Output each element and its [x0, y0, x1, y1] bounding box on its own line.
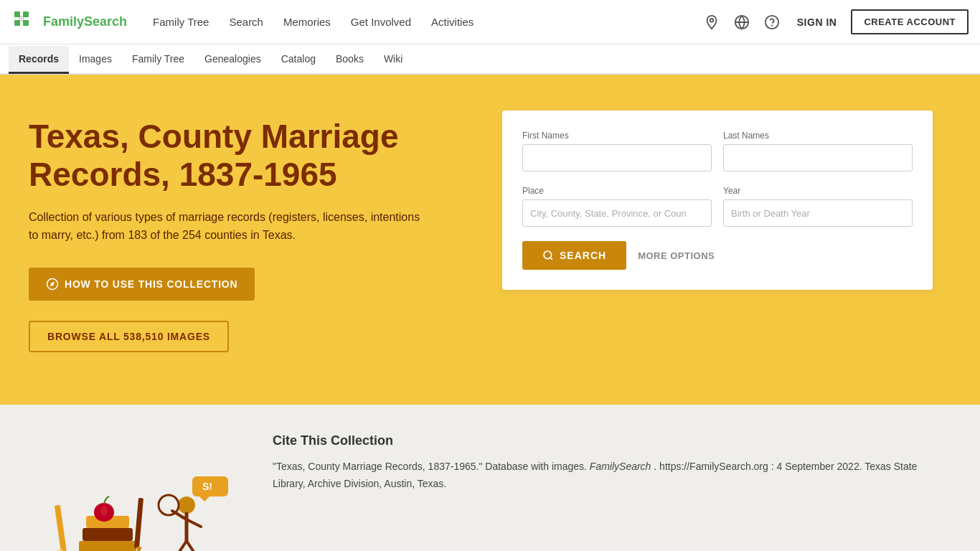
last-names-field: Last Names — [723, 131, 913, 171]
browse-images-button[interactable]: BROWSE ALL 538,510 IMAGES — [29, 321, 229, 352]
location-icon-button[interactable] — [701, 11, 722, 33]
svg-point-22 — [178, 496, 195, 514]
location-icon — [704, 14, 720, 30]
help-icon-button[interactable] — [761, 11, 783, 33]
place-field: Place — [522, 186, 712, 227]
sign-in-button[interactable]: SIGN IN — [791, 14, 843, 31]
top-navigation: FamilySearch Family Tree Search Memories… — [0, 0, 980, 44]
cite-section: Cite This Collection "Texas, County Marr… — [273, 433, 951, 493]
subnav-records[interactable]: Records — [9, 46, 69, 74]
svg-rect-18 — [55, 505, 67, 551]
cite-title: Cite This Collection — [273, 433, 951, 448]
year-field: Year — [723, 186, 913, 227]
nav-activities[interactable]: Activities — [423, 10, 482, 34]
sub-navigation: Records Images Family Tree Genealogies C… — [0, 44, 980, 75]
search-name-row: First Names Last Names — [522, 131, 913, 171]
nav-family-tree[interactable]: Family Tree — [144, 10, 217, 34]
subnav-wiki[interactable]: Wiki — [374, 46, 413, 74]
svg-marker-10 — [50, 282, 55, 286]
place-label: Place — [522, 186, 712, 196]
subnav-genealogies[interactable]: Genealogies — [194, 46, 271, 74]
search-button-label: SEARCH — [560, 250, 606, 261]
hero-buttons: HOW TO USE THIS COLLECTION BROWSE ALL 53… — [29, 268, 473, 352]
svg-rect-4 — [19, 16, 24, 22]
how-to-use-label: HOW TO USE THIS COLLECTION — [65, 278, 237, 290]
search-place-year-row: Place Year — [522, 186, 913, 227]
svg-point-17 — [100, 506, 108, 516]
nav-memories[interactable]: Memories — [275, 10, 339, 34]
subnav-family-tree[interactable]: Family Tree — [122, 46, 194, 74]
how-to-use-button[interactable]: HOW TO USE THIS COLLECTION — [29, 268, 255, 301]
nav-right-area: SIGN IN CREATE ACCOUNT — [701, 9, 969, 34]
svg-line-27 — [187, 541, 195, 551]
svg-rect-14 — [83, 528, 133, 541]
subnav-books[interactable]: Books — [326, 46, 374, 74]
place-input[interactable] — [522, 199, 712, 227]
last-names-label: Last Names — [723, 131, 913, 141]
svg-text:S!: S! — [202, 481, 212, 492]
svg-marker-31 — [199, 496, 209, 501]
year-input[interactable] — [723, 199, 913, 227]
collection-title: Texas, County Marriage Records, 1837-196… — [29, 118, 473, 194]
subnav-images[interactable]: Images — [69, 46, 122, 74]
svg-point-5 — [710, 18, 713, 22]
cite-text-italic: FamilySearch — [590, 461, 651, 472]
svg-line-25 — [187, 519, 201, 527]
hero-section: Texas, County Marriage Records, 1837-196… — [0, 75, 980, 405]
compass-icon — [46, 278, 59, 291]
search-actions: SEARCH MORE OPTIONS — [522, 241, 913, 270]
more-options-button[interactable]: MORE OPTIONS — [638, 250, 715, 261]
svg-line-26 — [178, 541, 187, 551]
logo-link[interactable]: FamilySearch — [11, 9, 127, 36]
globe-icon-button[interactable] — [731, 11, 753, 33]
year-label: Year — [723, 186, 913, 196]
nav-get-involved[interactable]: Get Involved — [342, 10, 420, 34]
svg-point-11 — [544, 251, 552, 259]
logo-family-text: Family — [43, 14, 84, 29]
first-names-field: First Names — [522, 131, 712, 171]
collection-description: Collection of various types of marriage … — [29, 208, 430, 245]
help-icon — [764, 14, 780, 30]
logo-search-text: Search — [84, 14, 127, 29]
search-icon — [542, 250, 554, 261]
search-panel: First Names Last Names Place Year — [502, 110, 933, 290]
cite-text-line1: "Texas, County Marriage Records, 1837-19… — [273, 461, 587, 472]
familysearch-logo-icon — [11, 9, 39, 36]
svg-rect-13 — [79, 541, 136, 551]
first-names-label: First Names — [522, 131, 712, 141]
bottom-section: S! Cite This Collection "Texas, County M… — [0, 405, 980, 551]
create-account-button[interactable]: CREATE ACCOUNT — [851, 9, 969, 34]
hero-content-left: Texas, County Marriage Records, 1837-196… — [29, 103, 473, 352]
illustration-area: S! — [29, 433, 244, 551]
svg-point-28 — [159, 495, 179, 515]
subnav-catalog[interactable]: Catalog — [271, 46, 326, 74]
logo-text: FamilySearch — [43, 14, 127, 29]
last-names-input[interactable] — [723, 144, 913, 171]
svg-line-12 — [550, 258, 552, 260]
nav-search[interactable]: Search — [220, 10, 272, 34]
svg-rect-20 — [134, 498, 143, 548]
search-button[interactable]: SEARCH — [522, 241, 626, 270]
decorative-illustration: S! — [36, 433, 237, 551]
cite-text: "Texas, County Marriage Records, 1837-19… — [273, 458, 951, 493]
main-nav-links: Family Tree Search Memories Get Involved… — [144, 10, 701, 34]
first-names-input[interactable] — [522, 144, 712, 171]
globe-icon — [734, 14, 750, 30]
